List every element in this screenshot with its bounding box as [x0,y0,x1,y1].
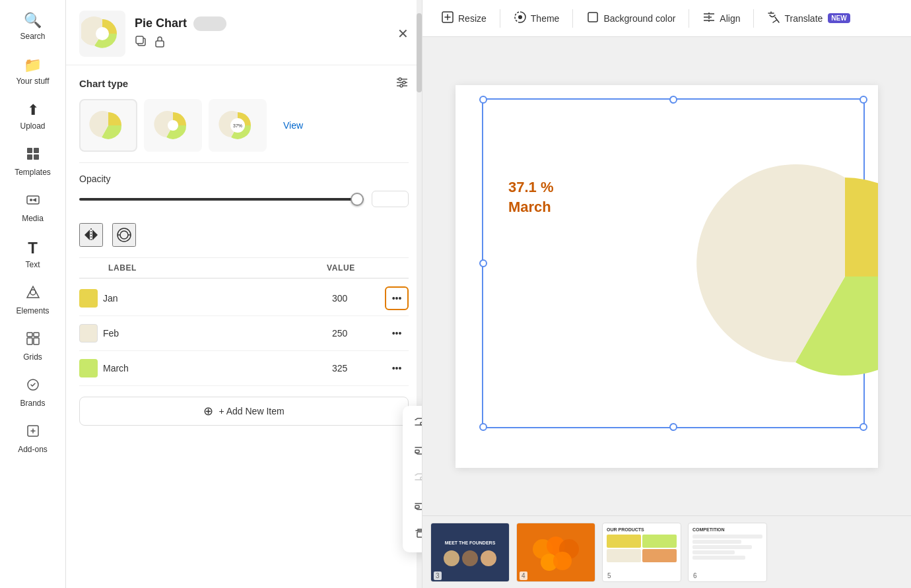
handle-bottom-middle[interactable] [669,423,677,431]
move-row-above-icon [413,472,422,486]
context-menu-add-item-below[interactable]: Add Item Below [403,438,422,465]
sidebar-item-label: Text [25,260,40,269]
table-row: March 325 ••• [79,351,409,386]
sidebar-item-grids[interactable]: Grids [4,325,62,368]
row-menu-btn-feb[interactable]: ••• [385,321,409,345]
move-row-below-icon [413,500,422,514]
translate-icon [767,11,780,26]
handle-bottom-right[interactable] [860,423,867,431]
canvas-area: Resize Theme Background color [422,0,911,588]
resize-label: Resize [458,13,487,24]
theme-icon [514,11,527,26]
slide-num-6: 6 [691,572,699,580]
table-row: Jan 300 ••• [79,281,409,316]
row-menu-btn-march[interactable]: ••• [385,356,409,380]
duplicate-icon-btn[interactable] [135,35,148,51]
chart-type-view-more[interactable]: View [273,99,313,152]
row-color-march[interactable] [79,359,98,377]
sidebar-item-label: Grids [23,352,42,362]
add-new-item-button[interactable]: ⊕ + Add New Item [79,397,409,426]
svg-rect-15 [136,36,143,44]
chart-type-donut2[interactable]: 37% [209,99,267,152]
bg-color-label: Background color [603,13,675,24]
filmstrip-slide-6[interactable]: COMPETITION 6 [688,523,767,582]
chart-type-pie[interactable] [79,99,137,152]
handle-middle-left[interactable] [479,259,487,267]
row-menu-btn-jan[interactable]: ••• [385,286,409,310]
handle-top-middle[interactable] [669,96,677,104]
opacity-value-input[interactable]: 100% [372,191,409,207]
sidebar-item-media[interactable]: Media [4,186,62,230]
panel-header: Pie Chart ✕ [66,0,422,65]
sidebar-item-elements[interactable]: Elements [4,278,62,322]
col-actions-header [380,263,409,273]
chart-type-donut[interactable] [144,99,202,152]
sidebar-item-your-stuff[interactable]: 📁 Your stuff [4,50,62,92]
row-color-feb[interactable] [79,324,98,343]
context-menu-move-row-above: Move Row Above [403,465,422,493]
sidebar-item-label: Search [20,32,45,41]
filmstrip-slide-3[interactable]: MEET THE FOUNDERS 3 [430,523,510,582]
handle-top-left[interactable] [479,96,487,104]
opacity-label: Opacity [79,174,409,184]
chart-settings-btn[interactable] [395,76,409,91]
svg-point-13 [96,27,109,40]
canvas[interactable]: 37.1 % March [422,37,911,515]
brands-icon [26,377,40,396]
resize-icon [441,11,454,26]
chart-type-list: 37% View [79,99,409,152]
sidebar-item-label: Your stuff [16,77,49,86]
filmstrip-slide-5[interactable]: OUR PRODUCTS 5 [602,523,681,582]
sidebar-item-label: Brands [20,399,45,408]
sidebar-item-label: Media [22,214,44,223]
add-item-below-icon [413,444,422,459]
add-item-above-icon [413,416,422,431]
context-menu-add-item-above[interactable]: Add Item Above [403,410,422,438]
panel-close-button[interactable]: ✕ [397,26,409,42]
chart-type-section: Chart type [66,65,422,162]
sidebar-item-label: Add-ons [18,445,48,454]
filmstrip-slide-4[interactable]: 4 [516,523,595,582]
crop-icon-btn[interactable] [112,223,136,247]
svg-point-20 [403,81,405,84]
svg-rect-16 [156,41,164,47]
resize-btn[interactable]: Resize [433,6,494,30]
flip-icon-btn[interactable] [79,223,103,247]
context-menu-move-row-below[interactable]: Move Row Below [403,493,422,521]
row-label-jan: Jan [103,293,332,304]
col-label-header: LABEL [108,263,327,273]
align-label: Align [720,13,740,24]
sidebar-item-templates[interactable]: Templates [4,140,62,183]
row-color-jan[interactable] [79,289,98,308]
table-header: LABEL VALUE [79,258,409,278]
theme-btn[interactable]: Theme [506,6,568,30]
sidebar-item-upload[interactable]: ⬆ Upload [4,95,62,137]
sidebar-item-add-ons[interactable]: Add-ons [4,417,62,461]
svg-rect-32 [415,450,419,453]
lock-icon-btn[interactable] [153,35,166,51]
addons-icon [26,424,40,442]
bg-color-btn[interactable]: Background color [578,6,683,30]
sidebar-item-text[interactable]: T Text [4,232,62,276]
panel-title: Pie Chart [135,16,187,30]
opacity-slider[interactable] [79,198,364,201]
chart-month: March [508,197,554,218]
panel-title-badge [193,16,226,31]
handle-bottom-left[interactable] [479,423,487,431]
sidebar-item-brands[interactable]: Brands [4,371,62,414]
align-btn[interactable]: Align [694,6,748,30]
sidebar-item-search[interactable]: 🔍 Search [4,5,62,48]
translate-label: Translate [784,13,823,24]
icons-row [66,218,422,257]
data-table-section: LABEL VALUE Jan 300 ••• Feb 250 ••• Marc… [66,258,422,397]
opacity-section: Opacity 100% [66,163,422,218]
sidebar-item-label: Upload [20,121,45,131]
translate-btn[interactable]: Translate NEW [759,6,858,30]
handle-top-right[interactable] [860,96,867,104]
context-menu-delete-row[interactable]: Delete Row [403,521,422,548]
chart-text: 37.1 % March [508,178,554,218]
svg-point-47 [553,552,572,570]
svg-rect-34 [415,506,419,508]
svg-rect-0 [27,148,32,153]
slide[interactable]: 37.1 % March [456,85,878,468]
